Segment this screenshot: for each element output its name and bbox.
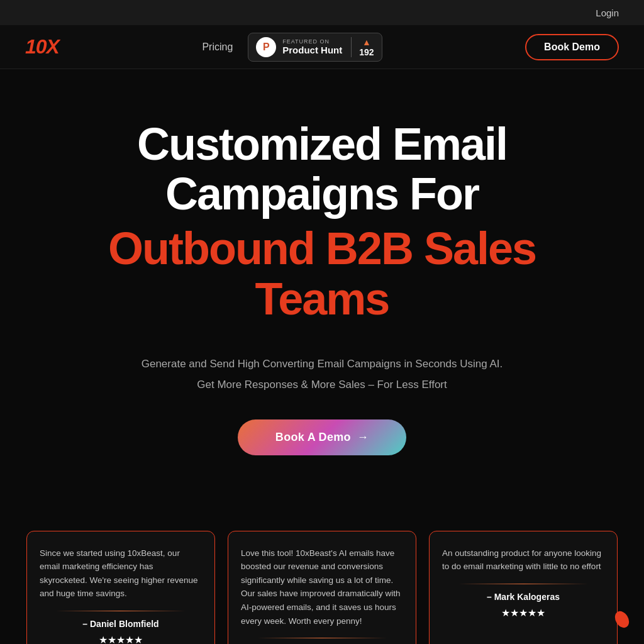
testimonial-text-1: Since we started using 10xBeast, our ema… — [40, 547, 202, 601]
testimonial-text-2: Love this tool! 10xBeast's AI emails hav… — [241, 547, 403, 628]
product-hunt-icon: P — [256, 37, 276, 57]
divider-3 — [458, 584, 588, 584]
testimonial-stars-1: ★★★★★ — [40, 634, 202, 644]
hero-section: Customized Email Campaigns For Outbound … — [0, 69, 644, 493]
leaf-icon — [613, 610, 631, 629]
cta-book-demo-button[interactable]: Book A Demo → — [238, 419, 406, 455]
svg-point-0 — [613, 610, 631, 629]
hero-title: Customized Email Campaigns For Outbound … — [38, 119, 606, 324]
hero-subtitle: Generate and Send High Converting Email … — [38, 355, 606, 394]
top-bar: Login — [0, 0, 644, 25]
divider-2 — [257, 638, 387, 638]
product-hunt-count: ▲ 192 — [351, 37, 374, 57]
product-hunt-name: Product Hunt — [282, 45, 342, 55]
cta-label: Book A Demo — [275, 431, 351, 444]
product-hunt-badge[interactable]: P FEATURED ON Product Hunt ▲ 192 — [248, 33, 382, 62]
subtitle-line1: Generate and Send High Converting Email … — [38, 355, 606, 374]
featured-label: FEATURED ON — [282, 38, 342, 45]
cta-arrow-icon: → — [357, 431, 369, 444]
testimonial-card-2: Love this tool! 10xBeast's AI emails hav… — [228, 531, 416, 644]
vote-count: 192 — [359, 47, 374, 57]
hero-title-line2: Campaigns For — [38, 169, 606, 219]
testimonial-author-3: – Mark Kalogeras — [442, 592, 604, 602]
testimonial-author-1: – Daniel Blomfield — [40, 619, 202, 629]
book-demo-button[interactable]: Book Demo — [525, 34, 619, 60]
bottom-decoration — [613, 610, 631, 631]
testimonial-card-1: Since we started using 10xBeast, our ema… — [26, 531, 215, 644]
product-hunt-text: FEATURED ON Product Hunt — [282, 38, 342, 55]
navbar: 10X Pricing P FEATURED ON Product Hunt ▲… — [0, 25, 644, 69]
testimonials-section: Since we started using 10xBeast, our ema… — [0, 493, 644, 644]
divider-1 — [56, 611, 186, 611]
hero-title-line1: Customized Email — [38, 119, 606, 169]
subtitle-line2: Get More Responses & More Sales – For Le… — [38, 376, 606, 394]
testimonial-text-3: An outstanding product for anyone lookin… — [442, 547, 604, 574]
login-link[interactable]: Login — [596, 8, 619, 18]
pricing-link[interactable]: Pricing — [202, 42, 233, 53]
logo[interactable]: 10X — [25, 35, 59, 58]
upvote-arrow-icon: ▲ — [362, 37, 371, 47]
testimonial-card-3: An outstanding product for anyone lookin… — [429, 531, 618, 644]
nav-center: Pricing P FEATURED ON Product Hunt ▲ 192 — [202, 33, 382, 62]
cta-wrapper: Book A Demo → — [38, 419, 606, 455]
hero-title-line3: Outbound B2B Sales Teams — [38, 224, 606, 323]
testimonial-stars-3: ★★★★★ — [442, 607, 604, 619]
